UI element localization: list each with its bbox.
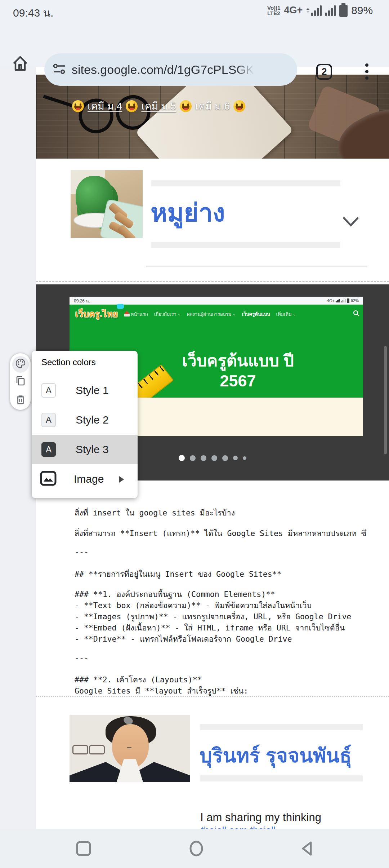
volte-lte-icon: Vo))1LTE2 — [267, 5, 280, 16]
back-triangle-icon — [300, 840, 314, 857]
address-bar[interactable]: sites.google.com/d/1gG7cPLSGK — [44, 53, 297, 86]
home-icon[interactable] — [10, 53, 30, 75]
style-2-swatch: A — [41, 413, 56, 427]
page-left-gutter — [0, 67, 36, 829]
status-bar: 09:43 น. Vo))1LTE2 4G+ 89% — [0, 0, 389, 22]
text-line-5: ### **1. องค์ประกอบพื้นฐาน (Common Eleme… — [75, 588, 275, 600]
label-chem-m6: เคมี ม.6 — [195, 98, 230, 114]
browser-menu-button[interactable] — [365, 63, 369, 81]
carousel-dot-5[interactable] — [222, 455, 228, 461]
section-boundary-dashed — [36, 281, 389, 282]
battery-percent: 89% — [351, 4, 373, 17]
text-line-9: - **Drive** - แทรกไฟล์หรือโฟลเดอร์จาก Go… — [75, 633, 292, 645]
embed-navbar: เว็บครู.ไทย หน้าแรก เกี่ยวกับเรา⌄ ผลงานผ… — [75, 307, 359, 320]
embed-menu-more: เพิ่มเติม⌄ — [276, 310, 296, 318]
embed-menu-home: หน้าแรก — [124, 310, 148, 318]
embed-status-icons: 4G+ 92% — [327, 298, 359, 303]
carousel-dot-7[interactable] — [243, 456, 246, 460]
recents-square-icon — [75, 840, 92, 857]
image-icon — [40, 471, 57, 487]
signal-bars-icon-2 — [325, 5, 336, 16]
url-text[interactable]: sites.google.com/d/1gG7cPLSGK — [72, 63, 254, 77]
embed-menu-works: ผลงานผู้ผ่านการอบรม⌄ — [187, 310, 236, 318]
carousel-dot-1[interactable] — [179, 455, 185, 461]
smiley-emoji-icon — [72, 100, 84, 112]
home-button[interactable] — [182, 829, 211, 868]
text-line-1: สิ่งที่ insert ใน google sites มีอะไรบ้า… — [75, 506, 235, 519]
data-activity-icon — [306, 8, 310, 13]
text-block[interactable]: สิ่งที่ insert ใน google sites มีอะไรบ้า… — [75, 501, 389, 696]
text-line-11: ### **2. เค้าโครง (Layouts)** — [75, 673, 202, 686]
trash-icon — [15, 394, 26, 405]
tab-switcher-button[interactable]: 2 — [316, 64, 332, 80]
food-photo[interactable] — [71, 170, 143, 238]
text-line-12: Google Sites มี **layout สำเร็จรูป** เช่… — [75, 685, 248, 696]
palette-icon — [15, 358, 26, 369]
signal-bars-icon-1 — [311, 5, 322, 16]
duplicate-section-button[interactable] — [10, 372, 31, 389]
embed-menu-about: เกี่ยวกับเรา⌄ — [154, 310, 181, 318]
scrollbar-thumb[interactable] — [384, 346, 387, 454]
recents-button[interactable] — [69, 829, 98, 868]
chevron-down-icon[interactable] — [342, 216, 359, 229]
carousel-dot-4[interactable] — [211, 455, 217, 461]
profile-name-title[interactable]: บุรินทร์ รุจจนพันธุ์ — [200, 736, 365, 775]
profile-photo[interactable] — [70, 715, 190, 782]
text-line-10: --- — [75, 653, 89, 662]
menu-item-style-3-selected[interactable]: A Style 3 — [32, 435, 138, 464]
smiley-emoji-icon — [180, 100, 192, 112]
menu-title: Section colors — [41, 357, 96, 367]
phone-screen: 09:43 น. Vo))1LTE2 4G+ 89% sites.google.… — [0, 0, 389, 868]
embed-clock: 09:26 น. — [74, 297, 90, 304]
carousel-dot-3[interactable] — [201, 455, 206, 461]
text-line-3: --- — [75, 547, 89, 556]
link-chem-m5[interactable]: เคมี ม.5 — [141, 98, 176, 114]
decor-bar — [151, 242, 340, 248]
site-header-banner-image[interactable] — [36, 75, 389, 159]
text-line-7: - **Images (รูปภาพ)** - แทรกรูปจากเครื่อ… — [75, 610, 351, 623]
delete-section-button[interactable] — [10, 391, 31, 408]
page-controls-icon[interactable] — [53, 63, 66, 76]
decor-bar — [151, 180, 340, 186]
style-3-swatch: A — [41, 442, 56, 457]
status-icons: Vo))1LTE2 4G+ 89% — [267, 4, 373, 17]
duplicate-icon — [15, 375, 26, 386]
network-type-label: 4G+ — [284, 5, 303, 16]
section-colors-button[interactable] — [10, 355, 31, 372]
house-icon — [124, 311, 130, 316]
browser-toolbar: sites.google.com/d/1gG7cPLSGK 2 — [0, 22, 389, 67]
profile-caption[interactable]: I am sharing my thinking — [200, 811, 321, 824]
link-chem-m4[interactable]: เคมี ม.4 — [88, 98, 122, 114]
embed-menu-current: เว็บครูต้นแบบ — [242, 310, 270, 318]
submenu-arrow-icon — [119, 476, 124, 483]
style-1-swatch: A — [41, 383, 56, 398]
section-colors-menu: Section colors A Style 1 A Style 2 A Sty… — [32, 351, 138, 498]
embed-logo: เว็บครู.ไทย — [75, 307, 118, 320]
embed-battery-icon — [347, 298, 349, 303]
clock: 09:43 น. — [13, 4, 53, 21]
embed-logo-badge — [117, 304, 124, 309]
carousel-dot-2[interactable] — [190, 455, 196, 461]
menu-item-style-1[interactable]: A Style 1 — [32, 376, 138, 405]
section-boundary-dotted — [36, 696, 389, 697]
text-line-2: สิ่งที่สามารถ **Insert (แทรก)** ได้ใน Go… — [75, 527, 366, 539]
home-circle-icon — [188, 840, 205, 858]
section-divider-line — [146, 266, 367, 266]
text-line-6: - **Text box (กล่องข้อความ)** - พิมพ์ข้อ… — [75, 599, 312, 611]
menu-item-image[interactable]: Image — [32, 464, 138, 494]
decor-bar — [200, 724, 363, 730]
back-button[interactable] — [292, 829, 321, 868]
text-line-8: - **Embed (ฝังเนื้อหา)** - ใส่ HTML, ifr… — [75, 621, 345, 634]
carousel-dot-6[interactable] — [233, 456, 238, 460]
smiley-emoji-icon — [233, 100, 245, 112]
android-nav-bar — [0, 829, 389, 868]
menu-item-style-2[interactable]: A Style 2 — [32, 405, 138, 435]
embed-search-icon — [353, 310, 359, 318]
section-toolbar — [10, 353, 31, 410]
text-line-4: ## **รายการที่อยู่ในเมนู Insert ของ Goog… — [75, 568, 282, 580]
header-nav-links: เคมี ม.4 เคมี ม.5 เคมี ม.6 — [72, 98, 245, 114]
smiley-emoji-icon — [126, 100, 138, 112]
section-title[interactable]: หมูย่าง — [151, 191, 345, 234]
embed-status-bar: 09:26 น. 4G+ 92% — [70, 297, 363, 305]
decor-bar — [200, 775, 363, 781]
